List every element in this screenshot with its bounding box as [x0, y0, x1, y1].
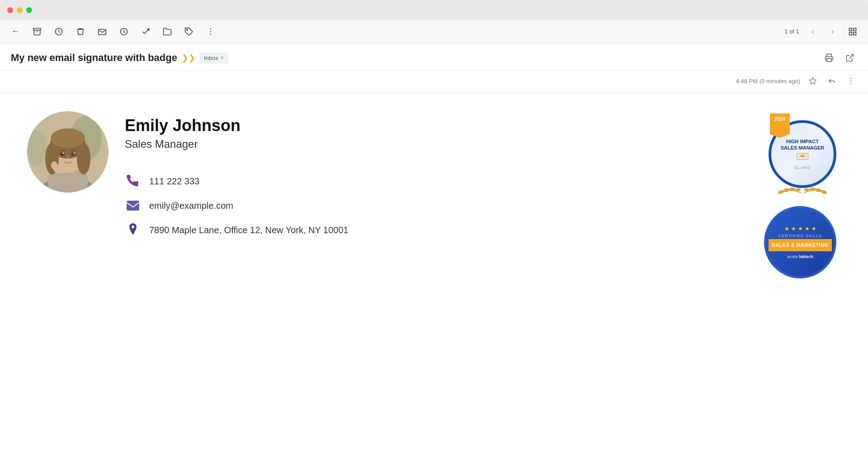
snooze-button[interactable]: [52, 25, 65, 38]
svg-point-28: [77, 143, 90, 174]
label-button[interactable]: [183, 25, 195, 38]
svg-point-29: [51, 128, 85, 148]
svg-point-18: [850, 83, 851, 84]
badge-sales-marketing: ★ ★ ★ ★ ★ CERTIFIED SKILLS SALES & MARKE…: [764, 206, 841, 283]
star-button[interactable]: [807, 75, 819, 87]
email-header: My new email signature with badge ❯❯ Inb…: [0, 43, 868, 71]
badge1-year: 2024: [774, 116, 785, 122]
badge-high-impact: 2024 HIGH IMPACT SALES MANAGER: [766, 116, 839, 197]
svg-point-8: [210, 33, 212, 35]
svg-point-35: [51, 161, 57, 169]
phone-number: 111 222 333: [149, 176, 199, 187]
more-button[interactable]: [204, 25, 217, 38]
svg-point-45: [804, 188, 810, 192]
prev-page-button[interactable]: ‹: [807, 25, 819, 38]
email-subject: My new email signature with badge: [11, 52, 177, 64]
toolbar: ←: [0, 20, 868, 43]
svg-point-32: [63, 153, 64, 154]
minimize-button[interactable]: [17, 7, 23, 13]
close-button[interactable]: [7, 7, 13, 13]
email-subject-row: My new email signature with badge ❯❯ Inb…: [11, 52, 228, 64]
signature-name: Emily Johnson: [125, 116, 349, 135]
svg-rect-9: [849, 28, 852, 31]
open-external-button[interactable]: [843, 51, 857, 65]
email-row: emily@example.com: [125, 197, 349, 214]
maximize-button[interactable]: [26, 7, 32, 13]
svg-marker-15: [810, 78, 816, 84]
svg-rect-12: [849, 32, 852, 35]
svg-point-31: [71, 152, 75, 156]
svg-point-7: [210, 31, 212, 32]
back-button[interactable]: ←: [9, 25, 22, 38]
star-4: ★: [805, 226, 810, 232]
view-toggle-button[interactable]: [846, 25, 859, 38]
mark-read-button[interactable]: [96, 25, 108, 38]
svg-point-43: [815, 188, 822, 193]
main-window: ←: [0, 0, 868, 451]
avatar: [27, 111, 108, 193]
svg-point-33: [74, 153, 75, 154]
titlebar: [0, 0, 868, 20]
more-actions-button[interactable]: [844, 75, 857, 87]
email-icon: [125, 197, 141, 214]
inbox-label: Inbox: [204, 55, 218, 61]
badge1-wings: [768, 187, 838, 199]
delete-button[interactable]: [74, 25, 87, 38]
address-text: 7890 Maple Lane, Office 12, New York, NY…: [149, 225, 349, 235]
svg-rect-36: [127, 201, 139, 211]
avatar-image: [27, 111, 108, 193]
badge1-year-ribbon: 2024: [770, 113, 790, 138]
location-icon: [125, 222, 141, 238]
contact-list: 111 222 333 emily@example.com: [125, 173, 349, 238]
move-button[interactable]: [161, 25, 174, 38]
star-2: ★: [791, 226, 796, 232]
email-header-actions: [822, 51, 857, 65]
badge2-stars: ★ ★ ★ ★ ★: [784, 226, 816, 232]
star-3: ★: [798, 226, 803, 232]
phone-icon: [125, 173, 141, 189]
badge1-brand: CLARO: [794, 165, 811, 170]
badge1-text: HIGH IMPACT SALES MANAGER: [781, 138, 825, 151]
svg-point-5: [187, 29, 188, 30]
task-button[interactable]: [139, 25, 152, 38]
page-counter: 1 of 1: [784, 28, 799, 35]
clock-button[interactable]: [118, 25, 130, 38]
print-button[interactable]: [822, 51, 836, 65]
svg-rect-11: [854, 32, 856, 35]
svg-point-39: [783, 188, 790, 193]
svg-point-41: [796, 188, 801, 192]
email-address: emily@example.com: [149, 201, 233, 211]
badge2-circle: ★ ★ ★ ★ ★ CERTIFIED SKILLS SALES & MARKE…: [764, 206, 836, 278]
svg-line-14: [849, 55, 853, 59]
next-page-button[interactable]: ›: [826, 25, 839, 38]
email-meta-row: 4:48 PM (0 minutes ago): [0, 71, 868, 93]
toolbar-right: 1 of 1 ‹ ›: [784, 25, 859, 38]
svg-rect-13: [827, 59, 831, 62]
archive-button[interactable]: [31, 25, 43, 38]
signature-info: Emily Johnson Sales Manager 111 222 333: [125, 111, 349, 238]
svg-rect-10: [854, 28, 856, 31]
forward-arrow-icon: ❯❯: [182, 53, 195, 63]
svg-point-30: [60, 152, 65, 156]
svg-point-4: [147, 28, 150, 30]
badge-container: 2024 HIGH IMPACT SALES MANAGER: [764, 111, 841, 283]
svg-rect-0: [33, 28, 41, 30]
svg-point-17: [850, 80, 851, 81]
star-5: ★: [811, 226, 816, 232]
badge1-diploma-icon: [796, 153, 809, 162]
svg-point-16: [850, 78, 851, 79]
badge2-certified-label: CERTIFIED SKILLS: [778, 234, 822, 238]
badge2-brand: acoto labtech: [787, 254, 813, 259]
email-signature: Emily Johnson Sales Manager 111 222 333: [27, 111, 841, 283]
phone-row: 111 222 333: [125, 173, 349, 189]
badge2-ribbon: SALES & MARKETING: [769, 239, 832, 251]
email-body: Emily Johnson Sales Manager 111 222 333: [0, 93, 868, 451]
signature-title: Sales Manager: [125, 138, 349, 150]
inbox-tag-close[interactable]: ×: [221, 55, 224, 61]
inbox-tag[interactable]: Inbox ×: [200, 53, 228, 63]
signature-left: Emily Johnson Sales Manager 111 222 333: [27, 111, 737, 238]
svg-point-6: [210, 28, 212, 29]
star-1: ★: [784, 226, 789, 232]
reply-button[interactable]: [826, 75, 838, 87]
address-row: 7890 Maple Lane, Office 12, New York, NY…: [125, 222, 349, 238]
